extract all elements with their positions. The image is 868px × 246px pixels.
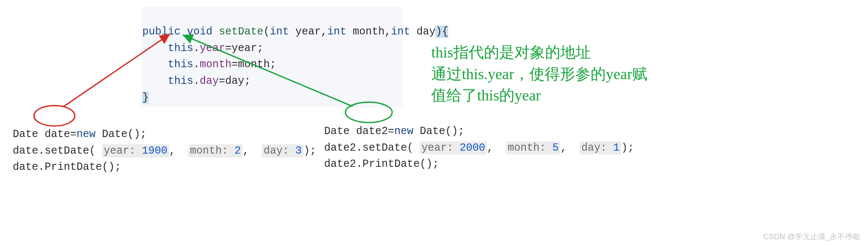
right-l1-var: date2	[356, 125, 388, 137]
kw-this-3: this	[168, 75, 193, 87]
right-l1-eq: =	[388, 125, 394, 137]
right-l1-type: Date	[324, 125, 356, 137]
hint-month-lbl-right: month:	[508, 142, 546, 154]
hint-year-left: year: 1900	[102, 144, 169, 157]
left-l1-var: date	[45, 128, 70, 140]
left-comma2: ,	[243, 145, 262, 157]
left-comma1: ,	[169, 145, 188, 157]
code-block-setdate: public void setDate(int year,int month,i…	[141, 6, 402, 107]
dot-3: .	[193, 75, 200, 87]
kw-new-right: new	[394, 125, 413, 137]
hint-day-left: day: 3	[262, 144, 303, 157]
kw-int-3: int	[391, 26, 410, 38]
paren-open: (	[263, 26, 270, 38]
left-l2-call: date.setDate(	[13, 145, 102, 157]
kw-this-1: this	[168, 42, 193, 54]
hint-year-val-right: 2000	[453, 142, 485, 154]
hint-month-left: month: 2	[188, 144, 243, 157]
hint-month-right: month: 5	[506, 141, 560, 154]
hint-day-val-left: 3	[289, 145, 302, 157]
left-l3: date.PrintDate();	[13, 161, 121, 173]
right-l1-rest: Date();	[413, 125, 464, 137]
hint-day-right: day: 1	[580, 141, 621, 154]
field-month: month	[200, 58, 232, 71]
right-l2-end: );	[621, 142, 634, 154]
method-name: setDate	[219, 26, 263, 38]
annotation-line-3: 值给了this的year	[431, 87, 541, 104]
hint-year-val-left: 1900	[136, 145, 167, 157]
kw-int-1: int	[270, 26, 289, 38]
hint-day-lbl-left: day:	[263, 145, 289, 157]
right-l3: date2.PrintDate();	[324, 158, 439, 170]
right-l2-call: date2.setDate(	[324, 142, 420, 154]
kw-void: void	[187, 26, 212, 38]
hint-day-lbl-right: day:	[581, 142, 607, 154]
left-l1-eq: =	[70, 128, 76, 140]
hint-year-lbl-right: year:	[421, 142, 453, 154]
watermark-text: CSDN @学无止境_永不停歇	[763, 232, 860, 242]
param-year: year,	[289, 26, 327, 38]
annotation-text: this指代的是对象的地址 通过this.year，使得形参的year赋 值给了…	[431, 20, 647, 106]
hint-year-lbl-left: year:	[104, 145, 136, 157]
hint-year-right: year: 2000	[420, 141, 487, 154]
left-l1-rest: Date();	[96, 128, 147, 140]
left-l1-type: Date	[13, 128, 45, 140]
hint-day-val-right: 1	[607, 142, 619, 154]
field-day: day	[200, 75, 219, 87]
dot-2: .	[193, 58, 200, 71]
dot-1: .	[193, 42, 200, 54]
right-comma2: ,	[560, 142, 580, 154]
kw-int-2: int	[327, 26, 346, 38]
annotation-line-2: 通过this.year，使得形参的year赋	[431, 66, 647, 83]
hint-month-lbl-left: month:	[190, 145, 228, 157]
kw-this-2: this	[168, 58, 193, 71]
param-month: month,	[346, 26, 391, 38]
assign-day: =day;	[219, 75, 251, 87]
hint-month-val-left: 2	[228, 145, 241, 157]
kw-new-left: new	[76, 128, 96, 140]
code-snippet-right: Date date2=new Date(); date2.setDate( ye…	[324, 107, 634, 173]
hint-month-val-right: 5	[546, 142, 559, 154]
assign-year: =year;	[225, 42, 263, 54]
annotation-line-1: this指代的是对象的地址	[431, 44, 591, 61]
brace-close: }	[142, 92, 149, 104]
assign-month: =month;	[232, 58, 276, 71]
left-l2-end: );	[303, 145, 316, 157]
code-snippet-left: Date date=new Date(); date.setDate( year…	[13, 110, 316, 176]
kw-public: public	[142, 26, 181, 38]
right-comma1: ,	[487, 142, 506, 154]
field-year: year	[200, 42, 225, 54]
